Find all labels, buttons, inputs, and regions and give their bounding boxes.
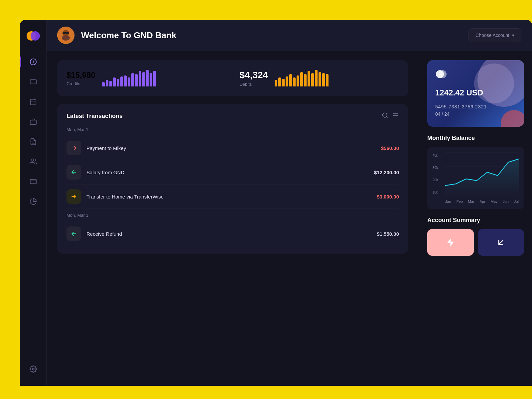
credits-chart [102,70,156,86]
app-logo[interactable] [25,28,41,44]
credits-amount: $15,980 [66,70,95,80]
balance-chart: 40k 30k 20k 10k [427,147,524,209]
bar [109,81,112,86]
arrow-down-left-icon [496,238,505,247]
credit-card: 1242.42 USD 5495 7381 3759 2321 04 / 24 [427,60,524,127]
tx-amount-2: $12,200.00 [374,170,399,175]
bar [322,73,325,86]
bar [124,75,127,86]
account-summary-cards [427,229,524,256]
app-container: Welcome To GND Bank Choose Account $15,9… [20,20,532,386]
card-expiry: 04 / 24 [435,111,516,117]
tx-name-3: Transfer to Home via TransferWise [86,194,371,200]
bar [315,70,318,86]
tx-amount-4: $1,550.00 [377,231,399,237]
summary-card-dark-blue[interactable] [478,229,524,256]
date-label-2: Mon, Mar 1 [66,213,399,218]
sidebar-item-cards[interactable] [25,174,41,190]
x-label-jul: Jul [514,200,519,203]
debits-amount: $4,324 [240,70,268,80]
bar [128,77,130,86]
x-label-mar: Mar [468,200,474,203]
bolt-icon [446,238,455,247]
svg-line-24 [386,117,388,118]
bar [131,73,134,86]
sidebar-item-calendar[interactable] [25,94,41,110]
bar [289,74,292,86]
sidebar-item-documents[interactable] [25,134,41,150]
summary-card-pink[interactable] [427,229,474,256]
debits-stat: $4,324 Debits [240,70,399,87]
x-label-apr: Apr [479,200,485,203]
tx-icon-refund [66,226,81,241]
credits-info: $15,980 Credits [66,70,95,86]
svg-point-23 [383,113,387,117]
choose-account-button[interactable]: Choose Account [468,28,521,42]
card-decoration-2 [474,64,514,103]
svg-rect-21 [66,33,66,34]
bar [106,80,108,86]
svg-rect-19 [63,32,66,34]
sidebar-item-dashboard[interactable] [25,54,41,70]
transactions-card: Latest Transactions [57,104,408,254]
bar [308,71,310,86]
search-icon[interactable] [382,112,388,120]
main-content: Welcome To GND Bank Choose Account $15,9… [47,20,532,386]
card-amount: 1242.42 USD [435,88,516,97]
avatar-face [57,27,74,44]
account-summary-section: Account Summary [427,217,524,256]
tx-icon-transfer [66,189,81,204]
svg-point-12 [31,159,33,161]
active-indicator [20,57,21,67]
credits-label: Credits [66,81,95,86]
credits-stat: $15,980 Credits [66,70,226,86]
card-logo [435,68,447,80]
bar [304,74,307,86]
y-label-30k: 30k [433,166,443,170]
stat-divider [233,68,233,88]
sidebar-item-users[interactable] [25,154,41,170]
bar [142,72,145,86]
main-panel: $15,980 Credits $4,324 Debits [47,51,419,386]
svg-point-15 [32,368,34,370]
table-row: Payment to Mikey $560.00 [66,136,399,160]
svg-rect-4 [30,99,36,105]
tx-icon-payment [66,141,81,155]
svg-point-29 [439,70,447,78]
svg-rect-13 [30,180,36,184]
bar [293,77,296,86]
sidebar-item-briefcase[interactable] [25,114,41,130]
menu-icon[interactable] [392,112,399,120]
tx-name-1: Payment to Mikey [86,145,376,151]
bar [135,74,138,86]
bar [120,76,123,86]
sidebar-item-wallet[interactable] [25,74,41,90]
bar [319,72,321,86]
bar [326,74,329,86]
table-row: Transfer to Home via TransferWise $3,000… [66,185,399,209]
transactions-header: Latest Transactions [66,112,399,120]
bar [146,70,149,86]
sidebar-item-analytics[interactable] [25,194,41,209]
header: Welcome To GND Bank Choose Account [47,20,532,51]
y-label-10k: 10k [433,191,443,194]
x-label-jan: Jan [445,200,451,203]
debits-label: Debits [240,82,268,87]
table-row: Salary from GND $12,200.00 [66,160,399,185]
transactions-title: Latest Transactions [66,113,123,120]
y-label-40k: 40k [433,154,443,157]
svg-rect-8 [30,120,36,124]
sidebar-item-settings[interactable] [25,361,41,377]
svg-marker-34 [445,159,519,196]
monthly-balance-chart [445,152,519,196]
tx-amount-3: $3,000.00 [377,194,399,200]
y-label-20k: 20k [433,178,443,182]
tx-name-4: Receive Refund [86,231,371,237]
x-label-feb: Feb [457,200,463,203]
bar [311,73,314,86]
tx-amount-1: $560.00 [381,145,399,151]
card-number: 5495 7381 3759 2321 [435,104,516,109]
svg-rect-3 [30,80,36,84]
bar [153,71,156,86]
bar [286,76,288,86]
